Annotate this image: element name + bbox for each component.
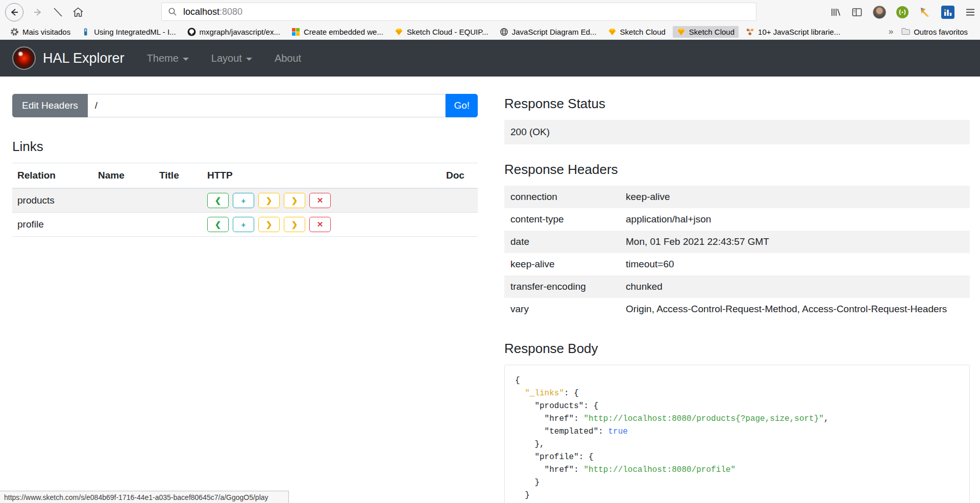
response-headers-title: Response Headers	[504, 162, 970, 178]
library-icon[interactable]	[830, 7, 841, 18]
menu-icon[interactable]	[965, 7, 976, 18]
browser-toolbar: localhost:8080	[0, 0, 980, 24]
bookmark-mais-visitados[interactable]: Mais visitados	[6, 26, 75, 38]
header-row: keep-alive timeout=60	[504, 253, 970, 275]
uri-input[interactable]	[88, 94, 446, 117]
home-button[interactable]	[72, 7, 84, 18]
search-icon	[168, 7, 177, 16]
links-table: Relation Name Title HTTP Doc products ❮ …	[12, 163, 478, 237]
forward-arrow-icon	[33, 7, 43, 17]
links-section-title: Links	[12, 139, 478, 155]
other-favorites[interactable]: Outros favoritos	[901, 28, 974, 36]
reload-button[interactable]	[52, 7, 63, 18]
relation-cell: products	[12, 188, 93, 213]
response-body-card: { "_links": { "products": { "href": "htt…	[504, 365, 970, 503]
folder-icon	[901, 28, 910, 36]
other-favorites-label: Outros favoritos	[914, 28, 968, 36]
extension-arrow-icon[interactable]	[919, 6, 931, 18]
edit-headers-button[interactable]: Edit Headers	[12, 94, 88, 117]
extension-green-icon[interactable]	[896, 6, 909, 18]
header-value: keep-alive	[620, 186, 970, 208]
http-delete-button[interactable]: ✕	[309, 193, 331, 208]
bookmarks-bar: Mais visitados Using IntegratedML - I...…	[0, 24, 980, 40]
bookmark-label: Using IntegratedML - I...	[94, 28, 176, 36]
header-name: connection	[504, 186, 620, 208]
bookmark-create-embedded[interactable]: Create embedded we...	[287, 26, 387, 38]
col-name: Name	[93, 163, 154, 189]
bookmarks-overflow-button[interactable]: »	[884, 27, 898, 37]
bookmark-js-libraries[interactable]: 10+ JavaScript librarie...	[742, 26, 844, 38]
name-cell	[93, 213, 154, 237]
nav-layout[interactable]: Layout	[211, 53, 252, 64]
bookmark-sketch-equip[interactable]: Sketch Cloud - EQUIP...	[390, 26, 493, 38]
http-patch-button[interactable]: ❯	[284, 217, 305, 232]
bookmark-label: mxgraph/javascript/ex...	[200, 28, 280, 36]
header-name: keep-alive	[504, 253, 620, 275]
account-avatar[interactable]	[873, 6, 886, 19]
bookmark-label: Mais visitados	[22, 28, 70, 36]
hal-logo-icon[interactable]	[12, 46, 36, 70]
http-put-button[interactable]: ❯	[258, 193, 280, 208]
url-port: :8080	[219, 7, 242, 17]
sketch-diamond-icon	[677, 28, 685, 36]
microsoft-icon	[291, 28, 300, 36]
sidebar-icon[interactable]	[851, 7, 863, 18]
http-patch-button[interactable]: ❯	[284, 193, 305, 208]
nav-about[interactable]: About	[275, 53, 301, 64]
nav-theme[interactable]: Theme	[147, 53, 189, 64]
http-get-button[interactable]: ❮	[207, 193, 229, 208]
bookmark-label: Sketch Cloud - EQUIP...	[407, 28, 488, 36]
gear-icon	[10, 28, 19, 36]
bookmark-integratedml[interactable]: Using IntegratedML - I...	[78, 26, 180, 38]
bookmark-sketch-cloud-2[interactable]: Sketch Cloud	[673, 26, 739, 38]
header-row: date Mon, 01 Feb 2021 22:43:57 GMT	[504, 231, 970, 253]
http-post-button[interactable]: +	[233, 217, 254, 232]
bookmark-sketch-cloud-1[interactable]: Sketch Cloud	[604, 26, 670, 38]
header-value: Origin, Access-Control-Request-Method, A…	[620, 298, 970, 320]
diagonal-line-icon	[52, 7, 63, 18]
header-name: vary	[504, 298, 620, 320]
http-put-button[interactable]: ❯	[258, 217, 280, 232]
toolbar-right-icons	[830, 0, 976, 24]
col-title: Title	[154, 163, 202, 189]
bookmark-mxgraph[interactable]: mxgraph/javascript/ex...	[183, 26, 284, 38]
doc-cell	[441, 188, 478, 213]
url-host: localhost	[183, 7, 219, 17]
header-row: transfer-encoding chunked	[504, 275, 970, 298]
sketch-diamond-icon	[395, 28, 403, 36]
app-nav-links: Theme Layout About	[147, 53, 302, 64]
response-status-table: 200 (OK)	[504, 120, 970, 144]
address-bar[interactable]: localhost:8080	[161, 3, 756, 21]
forward-button[interactable]	[33, 7, 43, 17]
back-arrow-icon	[9, 7, 19, 17]
request-bar: Edit Headers Go!	[12, 94, 478, 117]
app-brand[interactable]: HAL Explorer	[43, 51, 125, 66]
status-value: 200 (OK)	[504, 120, 970, 144]
http-get-button[interactable]: ❮	[207, 217, 229, 232]
http-delete-button[interactable]: ✕	[309, 217, 331, 232]
header-value: Mon, 01 Feb 2021 22:43:57 GMT	[620, 231, 970, 253]
request-and-links-panel: Edit Headers Go! Links Relation Name Tit…	[12, 94, 478, 237]
page: localhost:8080 Mais visitados Using Inte…	[0, 0, 980, 503]
header-value: chunked	[620, 275, 970, 298]
link-status-tooltip: https://www.sketch.com/s/e084b69f-1716-4…	[0, 491, 289, 503]
response-panel: Response Status 200 (OK) Response Header…	[504, 96, 970, 503]
header-name: date	[504, 231, 620, 253]
response-status-title: Response Status	[504, 96, 970, 112]
header-row: vary Origin, Access-Control-Request-Meth…	[504, 298, 970, 320]
go-button[interactable]: Go!	[446, 94, 478, 117]
title-cell	[154, 213, 202, 237]
http-post-button[interactable]: +	[233, 193, 254, 208]
table-row-products: products ❮ + ❯ ❯ ✕	[12, 188, 478, 213]
back-button[interactable]	[5, 3, 23, 21]
node-graph-icon	[746, 28, 754, 36]
header-name: transfer-encoding	[504, 275, 620, 298]
extension-chart-icon[interactable]	[941, 6, 954, 19]
header-value: timeout=60	[620, 253, 970, 275]
col-relation: Relation	[12, 163, 93, 189]
caret-down-icon	[246, 58, 252, 61]
bookmark-label: Sketch Cloud	[620, 28, 666, 36]
caret-down-icon	[183, 58, 189, 61]
response-body-json: { "_links": { "products": { "href": "htt…	[515, 374, 959, 503]
bookmark-js-diagram[interactable]: JavaScript Diagram Ed...	[496, 26, 601, 38]
